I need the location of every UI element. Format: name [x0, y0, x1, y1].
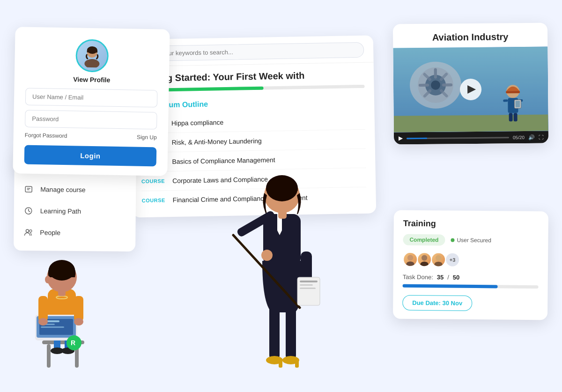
video-thumbnail [393, 47, 548, 133]
sign-up-link[interactable]: Sign Up [137, 134, 157, 141]
svg-point-59 [38, 318, 48, 325]
search-input[interactable] [139, 42, 364, 61]
video-progress-fill [407, 137, 427, 139]
svg-point-35 [420, 261, 429, 267]
login-links: Forgot Password Sign Up [25, 132, 157, 141]
svg-rect-67 [279, 358, 282, 368]
video-progress-bar[interactable] [407, 137, 509, 139]
svg-rect-57 [38, 296, 48, 322]
avatar-3 [431, 252, 446, 267]
avatar-2 [417, 252, 432, 267]
sidebar-manage-label: Manage course [40, 185, 86, 193]
course-tag: COURSE [142, 197, 165, 203]
due-date-button[interactable]: Due Date: 30 Nov [402, 295, 472, 311]
password-input[interactable] [25, 110, 157, 130]
svg-point-1 [84, 59, 99, 68]
task-separator: / [447, 274, 449, 281]
aviation-card: Aviation Industry [393, 23, 548, 145]
course-name: Hippa compliance [171, 118, 224, 127]
svg-rect-73 [278, 210, 287, 219]
svg-text:R: R [71, 339, 75, 347]
learning-path-icon [23, 206, 34, 216]
task-total: 50 [453, 274, 460, 281]
svg-rect-68 [295, 358, 299, 368]
training-card: Training Completed User Secured +3 Task … [393, 210, 548, 320]
avatars-row: +3 [403, 252, 539, 268]
video-play-button[interactable] [460, 79, 481, 100]
svg-point-33 [406, 261, 414, 267]
svg-point-49 [45, 276, 51, 283]
sidebar-learning-label: Learning Path [40, 207, 81, 215]
aviation-title: Aviation Industry [393, 23, 547, 48]
video-overlay [393, 47, 548, 133]
progress-bar-background [140, 85, 365, 92]
training-title: Training [403, 219, 539, 230]
course-tag: COURSE [141, 178, 165, 184]
avatar-section: View Profile [26, 38, 159, 85]
avatar-plus: +3 [445, 252, 460, 267]
training-progress-fill [403, 284, 498, 288]
student-figure: R [9, 228, 112, 378]
sidebar-item-learning-path[interactable]: Learning Path [14, 200, 136, 222]
forgot-password-link[interactable]: Forgot Password [25, 132, 67, 140]
secured-dot [451, 238, 454, 242]
secured-label: User Secured [457, 237, 491, 244]
username-input[interactable] [25, 88, 158, 108]
video-time: 05/20 [513, 135, 525, 140]
training-badges: Completed User Secured [403, 234, 539, 247]
svg-rect-3 [25, 186, 32, 192]
completed-badge: Completed [403, 234, 445, 246]
task-done-row: Task Done: 35 / 50 [403, 274, 539, 282]
svg-point-60 [74, 318, 83, 325]
view-profile-label: View Profile [73, 75, 110, 83]
svg-rect-58 [74, 296, 83, 322]
fullscreen-icon[interactable]: ⛶ [539, 134, 544, 140]
video-controls: ▶ 05/20 🔊 ⛶ [394, 131, 548, 145]
sidebar-item-manage-course[interactable]: Manage course [14, 178, 136, 201]
svg-rect-80 [300, 288, 316, 289]
svg-rect-56 [41, 326, 64, 328]
video-play-icon[interactable]: ▶ [399, 135, 403, 141]
avatar-1 [403, 252, 418, 267]
svg-rect-39 [47, 344, 51, 368]
svg-point-36 [436, 255, 441, 261]
login-button[interactable]: Login [24, 145, 157, 167]
secured-badge: User Secured [451, 237, 491, 244]
task-current: 35 [437, 274, 444, 281]
task-done-label: Task Done: [403, 274, 433, 281]
manage-course-icon [23, 184, 34, 194]
avatar [75, 39, 109, 72]
svg-point-32 [407, 255, 413, 260]
svg-rect-78 [300, 281, 318, 282]
svg-rect-50 [58, 289, 66, 296]
volume-icon[interactable]: 🔊 [528, 134, 535, 140]
svg-rect-79 [300, 284, 313, 286]
svg-point-37 [434, 262, 443, 267]
svg-point-81 [261, 250, 273, 261]
teacher-figure [225, 144, 347, 378]
svg-point-34 [422, 255, 427, 260]
training-progress-background [403, 284, 539, 289]
login-card: View Profile Forgot Password Sign Up Log… [13, 27, 170, 176]
